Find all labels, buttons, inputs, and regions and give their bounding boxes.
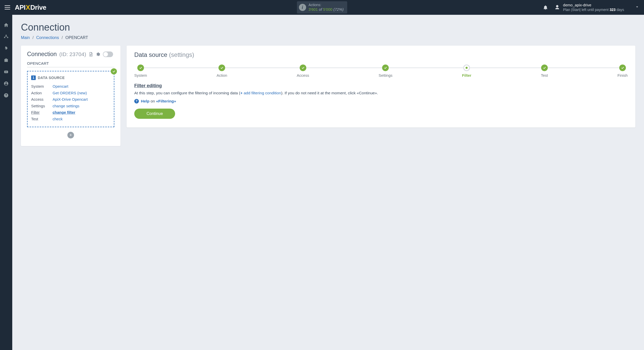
logo[interactable]: APIXDrive [15, 4, 46, 11]
actions-label: Actions: [309, 3, 344, 7]
source-settings-link[interactable]: change settings [53, 104, 79, 108]
connection-card: Connection (ID: 23704) OPENCART 1 DATA S… [21, 46, 120, 146]
actions-values: 3'601 of 5'000 (72%) [309, 7, 344, 12]
step-filter[interactable]: Filter [462, 64, 471, 77]
step-access[interactable]: Access [297, 64, 309, 77]
info-icon: i [299, 4, 306, 11]
svg-point-1 [4, 37, 5, 38]
connection-title: Connection [27, 51, 57, 58]
bell-icon[interactable] [543, 5, 548, 10]
connection-id: (ID: 23704) [59, 51, 86, 57]
source-header-title: DATA SOURCE [38, 76, 65, 80]
question-icon: ? [134, 99, 139, 103]
home-icon[interactable] [4, 22, 9, 28]
source-action-link[interactable]: Get ORDERS (new) [53, 91, 87, 95]
data-source-box: 1 DATA SOURCE SystemOpencart ActionGet O… [27, 71, 114, 127]
connection-toggle[interactable] [103, 51, 113, 57]
sidebar [0, 15, 12, 350]
user-plan: Plan |Start| left until payment 323 days [563, 8, 624, 12]
page-title: Connection [21, 22, 635, 33]
check-icon [111, 68, 117, 74]
video-icon[interactable] [4, 69, 9, 74]
filter-description: At this step, you can configure the filt… [134, 90, 628, 96]
user-menu[interactable]: demo_apix-drive Plan |Start| left until … [554, 3, 624, 12]
connection-subtitle: OPENCART [27, 61, 114, 67]
source-system-link[interactable]: Opencart [53, 84, 68, 88]
step-test[interactable]: Test [541, 64, 548, 77]
svg-point-0 [6, 35, 6, 36]
document-icon[interactable] [89, 52, 93, 57]
source-access-link[interactable]: ApiX-Drive Opencart [53, 97, 88, 101]
profile-icon[interactable] [4, 81, 9, 86]
topbar: APIXDrive i Actions: 3'601 of 5'000 (72%… [0, 0, 644, 15]
breadcrumb-current: OPENCART [65, 35, 88, 40]
add-destination-button[interactable]: + [67, 132, 74, 138]
briefcase-icon[interactable] [4, 58, 9, 63]
breadcrumb-connections[interactable]: Connections [36, 35, 59, 40]
step-system[interactable]: System [134, 64, 147, 77]
continue-button[interactable]: Continue [134, 109, 175, 119]
hamburger-menu[interactable] [5, 5, 10, 9]
filter-editing-title[interactable]: Filter editing [134, 83, 162, 88]
source-test-link[interactable]: check [53, 117, 63, 121]
source-number-badge: 1 [31, 75, 36, 80]
settings-card: Data source (settings) System Action Acc… [127, 46, 635, 127]
settings-title: Data source (settings) [134, 51, 628, 58]
step-finish[interactable]: Finish [617, 64, 628, 77]
user-icon [554, 5, 560, 10]
billing-icon[interactable] [4, 46, 9, 51]
stepper: System Action Access Settings Filter Tes… [134, 64, 628, 77]
user-name: demo_apix-drive [563, 3, 624, 8]
step-settings[interactable]: Settings [379, 64, 392, 77]
step-action[interactable]: Action [216, 64, 227, 77]
svg-point-2 [7, 37, 8, 38]
connections-icon[interactable] [4, 34, 9, 39]
help-line: ? Help on «Filtering» [134, 99, 628, 103]
actions-counter[interactable]: i Actions: 3'601 of 5'000 (72%) [297, 1, 347, 14]
breadcrumb: Main / Connections / OPENCART [21, 35, 635, 40]
chevron-down-icon[interactable] [635, 5, 639, 10]
breadcrumb-main[interactable]: Main [21, 35, 30, 40]
help-icon[interactable] [4, 93, 9, 98]
add-filtering-condition-link[interactable]: add filtering condition [242, 91, 281, 95]
help-link[interactable]: Help [141, 99, 150, 103]
gear-icon[interactable] [96, 52, 100, 57]
source-filter-link[interactable]: change filter [53, 110, 75, 114]
